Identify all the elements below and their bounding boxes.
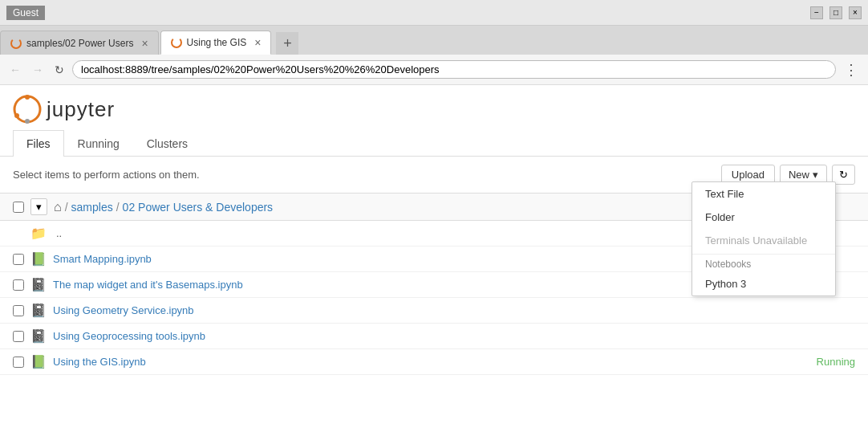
list-item: 📓 Using Geometry Service.ipynb (0, 298, 868, 324)
jupyter-text: jupyter (47, 97, 115, 122)
notebook-icon: 📓 (30, 328, 47, 344)
new-dropdown-menu: Text File Folder Terminals Unavailable N… (692, 181, 836, 296)
tab-close-1[interactable]: × (141, 37, 148, 50)
list-item: 📓 Using Geoprocessing tools.ipynb (0, 324, 868, 349)
minimize-button[interactable]: − (810, 6, 823, 19)
page-tabs: Files Running Clusters (0, 130, 868, 157)
reload-button[interactable]: ↻ (51, 62, 67, 78)
breadcrumb-samples[interactable]: samples (71, 201, 113, 214)
restore-button[interactable]: □ (829, 6, 842, 19)
svg-point-3 (14, 113, 19, 118)
notebook-icon: 📗 (30, 251, 47, 267)
tab-bar: samples/02 Power Users × Using the GIS ×… (0, 26, 868, 55)
folder-option[interactable]: Folder (692, 206, 835, 229)
list-item: 📗 Using the GIS.ipynb Running (0, 349, 868, 375)
back-button[interactable]: ← (6, 62, 24, 78)
tab-files[interactable]: Files (13, 130, 64, 157)
running-badge: Running (817, 356, 855, 368)
file-checkbox[interactable] (13, 331, 24, 342)
tab-label-1: samples/02 Power Users (26, 38, 133, 49)
file-checkbox[interactable] (13, 279, 24, 291)
guest-badge: Guest (6, 6, 45, 20)
forward-button[interactable]: → (29, 62, 47, 78)
breadcrumb-home[interactable]: ⌂ (54, 200, 62, 214)
tab-icon-1 (10, 38, 22, 49)
browser-tab-1[interactable]: samples/02 Power Users × (0, 31, 159, 55)
close-button[interactable]: × (849, 6, 862, 19)
file-link[interactable]: Using Geometry Service.ipynb (53, 304, 194, 316)
breadcrumb-sep-2: / (116, 201, 120, 214)
window-controls: − □ × (810, 6, 862, 19)
tab-clusters[interactable]: Clusters (133, 130, 201, 157)
tab-running[interactable]: Running (64, 130, 133, 157)
new-button-label: New (789, 169, 809, 181)
tab-label-2: Using the GIS (187, 37, 247, 48)
tab-close-2[interactable]: × (254, 36, 261, 49)
jupyter-logo: jupyter (13, 95, 115, 124)
file-checkbox[interactable] (13, 305, 24, 316)
breadcrumb-current[interactable]: 02 Power Users & Developers (123, 201, 274, 214)
notebook-icon: 📓 (30, 303, 47, 318)
window-chrome: Guest − □ × (0, 0, 868, 26)
text-file-option[interactable]: Text File (692, 182, 835, 206)
python3-option[interactable]: Python 3 (692, 272, 835, 295)
notebooks-section-header: Notebooks (692, 254, 835, 272)
svg-point-0 (14, 96, 40, 122)
file-link[interactable]: The map widget and it's Basemaps.ipynb (53, 279, 243, 291)
jupyter-logo-icon (13, 95, 42, 124)
breadcrumb: ⌂ / samples / 02 Power Users & Developer… (54, 200, 273, 214)
new-button-arrow: ▾ (813, 169, 818, 181)
address-input[interactable] (72, 60, 836, 79)
select-label: Select items to perform actions on them. (13, 169, 200, 181)
file-link[interactable]: Using Geoprocessing tools.ipynb (53, 330, 205, 342)
actions-dropdown-button[interactable]: ▾ (30, 198, 47, 215)
tab-icon-2 (171, 37, 182, 48)
file-checkbox[interactable] (13, 254, 24, 265)
file-checkbox[interactable] (13, 357, 24, 368)
address-bar: ← → ↻ ⋮ (0, 55, 868, 85)
select-all-checkbox[interactable] (13, 202, 24, 213)
terminals-unavailable-option: Terminals Unavailable (692, 229, 835, 252)
browser-tab-2[interactable]: Using the GIS × (160, 31, 272, 55)
folder-icon: 📁 (30, 226, 47, 241)
svg-point-1 (25, 95, 30, 100)
breadcrumb-sep-1: / (65, 201, 68, 214)
notebook-icon: 📗 (30, 354, 47, 369)
svg-point-2 (25, 119, 30, 124)
parent-dir-link[interactable]: .. (56, 227, 62, 239)
notebook-icon: 📓 (30, 277, 47, 292)
file-link[interactable]: Using the GIS.ipynb (53, 356, 146, 368)
browser-menu-button[interactable]: ⋮ (841, 59, 862, 80)
file-link[interactable]: Smart Mapping.ipynb (53, 253, 152, 265)
jupyter-header: jupyter (0, 85, 868, 130)
new-tab-button[interactable]: + (276, 32, 298, 55)
